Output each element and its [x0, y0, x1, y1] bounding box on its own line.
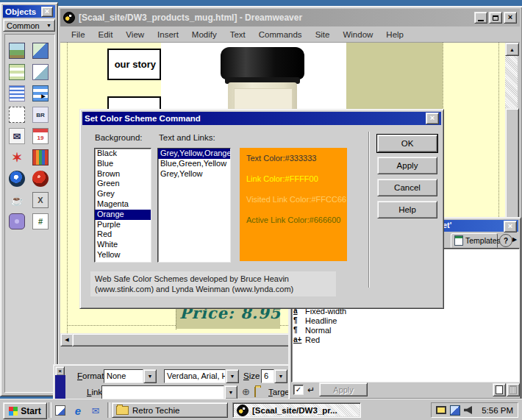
vertical-scroll-thumb[interactable] [505, 108, 519, 231]
volume-icon[interactable] [464, 406, 472, 414]
show-desktop-icon[interactable] [53, 404, 68, 417]
new-style-icon[interactable] [493, 383, 506, 396]
help-icon[interactable]: ? [499, 234, 512, 247]
tab-label: Templates [465, 236, 501, 245]
scroll-up-icon[interactable]: ▲ [505, 43, 519, 56]
target-label: Targe [268, 388, 290, 396]
font-dropdown[interactable]: Verdana, Arial, Helv ▼ [164, 369, 239, 383]
menu-item[interactable]: Text [224, 29, 252, 40]
list-item[interactable]: Black [95, 149, 151, 159]
dialog-titlebar[interactable]: Set Color Scheme Command [82, 112, 441, 125]
flash-button-icon[interactable] [32, 149, 49, 165]
menu-item[interactable]: Commands [252, 29, 309, 40]
start-button[interactable]: Start [3, 402, 47, 419]
menu-item[interactable]: Edit [92, 29, 120, 40]
line-break-icon[interactable]: BR [32, 107, 49, 123]
tabular-data-icon[interactable] [32, 64, 49, 80]
menu-item[interactable]: File [65, 29, 92, 40]
list-item[interactable]: Blue [95, 159, 151, 169]
chevron-down-icon[interactable]: ▼ [224, 385, 237, 399]
horizontal-rule-icon[interactable] [9, 85, 25, 102]
list-item[interactable]: Green [95, 179, 151, 189]
image-icon[interactable] [9, 43, 25, 59]
ssi-icon[interactable]: # [32, 213, 49, 229]
horizontal-scroll-thumb[interactable] [72, 333, 316, 346]
dialog-button[interactable]: Cancel [377, 179, 437, 196]
chevron-down-icon[interactable]: ▼ [226, 369, 239, 383]
list-item[interactable]: Grey [95, 189, 151, 199]
list-item[interactable]: Grey,Yellow [158, 169, 230, 179]
palette-menu-icon[interactable]: ▶ [512, 236, 517, 243]
close-icon[interactable] [426, 113, 439, 124]
outlook-express-icon[interactable]: ✉ [88, 404, 103, 417]
close-icon[interactable] [504, 12, 517, 24]
format-dropdown[interactable]: None ▼ [104, 369, 157, 383]
link-value[interactable] [101, 385, 224, 399]
list-item[interactable]: ¶ Headline [293, 316, 440, 325]
minimize-button[interactable] [474, 12, 487, 24]
taskbar-window-dreamweaver[interactable]: [Scaal_site/DW3_pr... [232, 402, 361, 418]
shockwave-icon[interactable] [9, 171, 25, 187]
internet-explorer-icon[interactable]: e [71, 404, 85, 417]
dialog-button[interactable]: Apply [377, 157, 437, 174]
chevron-down-icon[interactable]: ▼ [143, 369, 157, 383]
maximize-button[interactable] [489, 12, 502, 24]
close-icon[interactable] [41, 7, 53, 17]
dialog-button[interactable]: Help [377, 201, 437, 218]
menu-item[interactable]: Site [309, 29, 337, 40]
navigation-bar-icon[interactable] [32, 85, 49, 102]
list-item[interactable]: Brown [95, 169, 151, 179]
table-border [67, 43, 68, 333]
menu-item[interactable]: View [119, 29, 151, 40]
clock: 5:56 PM [482, 406, 513, 415]
close-icon[interactable] [504, 221, 517, 232]
auto-apply-checkbox[interactable]: ✓ [293, 385, 304, 395]
applet-icon[interactable]: ☕ [9, 192, 25, 208]
taskbar-window-retro-techie[interactable]: Retro Techie [112, 402, 228, 418]
menu-item[interactable]: Modify [185, 29, 224, 40]
size-dropdown[interactable]: 6 ▼ [261, 369, 287, 383]
email-link-icon[interactable]: ✉ [9, 128, 25, 144]
property-inspector-handle[interactable] [55, 375, 65, 399]
table-icon[interactable] [9, 64, 25, 80]
menu-item[interactable]: Insert [151, 29, 185, 40]
fireworks-icon[interactable]: ✶ [9, 149, 25, 165]
network-icon[interactable] [450, 405, 460, 416]
objects-category-dropdown[interactable]: Common ▼ [3, 19, 55, 32]
list-item[interactable]: Grey,Yellow,Orange [158, 149, 230, 159]
list-item[interactable]: Blue,Green,Yellow [158, 159, 230, 169]
link-input[interactable]: ▼ [101, 385, 237, 399]
objects-palette-titlebar[interactable]: Objects [3, 5, 55, 18]
list-item[interactable]: a+ Red [293, 335, 440, 344]
list-item[interactable]: White [95, 240, 151, 250]
list-item[interactable]: Yellow [95, 250, 151, 260]
date-icon[interactable]: 19 [32, 128, 49, 144]
table-border [67, 325, 176, 326]
point-to-file-icon[interactable]: ⊕ [242, 387, 250, 396]
menu-item[interactable]: Help [379, 29, 410, 40]
list-item[interactable]: Red [95, 229, 151, 240]
layer-icon[interactable] [9, 107, 25, 123]
plugin-icon[interactable] [9, 213, 25, 229]
list-item[interactable]: Purple [95, 220, 151, 230]
tab-templates[interactable]: Templates [451, 233, 498, 248]
style-label: Headline [305, 316, 337, 325]
list-item[interactable]: Orange [95, 210, 151, 220]
style-label: Normal [305, 326, 331, 335]
browse-folder-icon[interactable] [254, 387, 256, 397]
display-settings-icon[interactable] [436, 406, 446, 414]
text-and-links-listbox[interactable]: Grey,Yellow,OrangeBlue,Green,YellowGrey,… [157, 148, 231, 263]
activex-icon[interactable]: X [32, 192, 49, 208]
list-item[interactable]: Magenta [95, 199, 151, 210]
apply-button[interactable]: Apply [319, 382, 368, 396]
rollover-image-icon[interactable] [32, 43, 49, 59]
chevron-down-icon[interactable]: ▼ [274, 369, 287, 383]
delete-style-icon[interactable] [507, 383, 520, 396]
list-item[interactable]: ¶ Normal [293, 325, 440, 335]
background-listbox[interactable]: BlackBlueBrownGreenGreyMagentaOrangePurp… [94, 148, 151, 263]
menu-item[interactable]: Window [336, 29, 379, 40]
window-titlebar[interactable]: [Scaal_site/DW3_products_mug.html] - Dre… [60, 9, 520, 26]
flash-icon[interactable] [32, 171, 49, 187]
our-story-nav-box[interactable]: our story [107, 49, 161, 80]
dialog-button[interactable]: OK [377, 135, 437, 152]
